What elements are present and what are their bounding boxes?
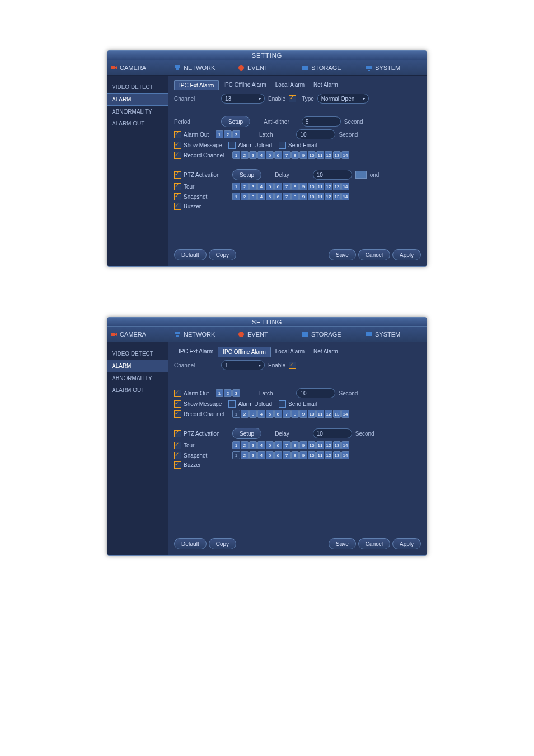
channel-11[interactable]: 11 — [316, 410, 324, 418]
channel-6[interactable]: 6 — [274, 410, 282, 418]
tab-storage[interactable]: STORAGE — [299, 60, 363, 75]
channel-4[interactable]: 4 — [257, 410, 265, 418]
sidebar-item-alarm[interactable]: ALARM — [107, 360, 168, 372]
channel-12[interactable]: 12 — [325, 193, 332, 200]
alarmout-checkbox[interactable] — [174, 390, 181, 397]
sidebar-item-abnormality[interactable]: ABNORMALITY — [107, 372, 168, 384]
channel-14[interactable]: 14 — [341, 193, 349, 200]
channel-10[interactable]: 10 — [308, 410, 316, 418]
channel-1[interactable]: 1 — [216, 389, 223, 397]
channel-14[interactable]: 14 — [341, 410, 349, 418]
tour-channels[interactable]: 1234567891011121314 — [232, 183, 349, 190]
alarmupload-checkbox[interactable] — [228, 400, 236, 408]
channel-3[interactable]: 3 — [249, 193, 257, 200]
subtab-local-alarm[interactable]: Local Alarm — [271, 347, 309, 357]
channel-14[interactable]: 14 — [341, 441, 349, 449]
channel-3[interactable]: 3 — [232, 130, 240, 138]
subtab-net-alarm[interactable]: Net Alarm — [309, 347, 343, 357]
channel-4[interactable]: 4 — [257, 441, 265, 449]
channel-7[interactable]: 7 — [283, 193, 291, 200]
cancel-button[interactable]: Cancel — [358, 249, 390, 260]
channel-dropdown[interactable]: 13▾ — [221, 94, 265, 104]
channel-5[interactable]: 5 — [266, 451, 274, 459]
enable-checkbox[interactable] — [289, 95, 296, 102]
ptz-setup-button[interactable]: Setup — [232, 428, 261, 439]
buzzer-checkbox[interactable] — [174, 461, 181, 469]
channel-11[interactable]: 11 — [316, 451, 324, 459]
channel-13[interactable]: 13 — [333, 441, 341, 449]
channel-5[interactable]: 5 — [266, 441, 274, 449]
snapshot-checkbox[interactable] — [174, 452, 181, 459]
channel-10[interactable]: 10 — [308, 183, 316, 190]
tab-camera[interactable]: CAMERA — [107, 327, 171, 342]
subtab-ipc-offline-alarm[interactable]: IPC Offline Alarm — [218, 347, 271, 357]
channel-8[interactable]: 8 — [291, 441, 299, 449]
channel-5[interactable]: 5 — [266, 193, 274, 200]
channel-3[interactable]: 3 — [249, 451, 257, 459]
ptz-checkbox[interactable] — [174, 430, 181, 437]
channel-13[interactable]: 13 — [333, 193, 341, 200]
sidebar-item-alarm-out[interactable]: ALARM OUT — [107, 118, 168, 129]
snapshot-channels[interactable]: 1234567891011121314 — [232, 451, 349, 459]
tab-network[interactable]: NETWORK — [171, 60, 235, 75]
channel-5[interactable]: 5 — [266, 151, 274, 159]
alarmout-channels[interactable]: 123 — [216, 130, 240, 138]
channel-2[interactable]: 2 — [241, 183, 249, 190]
tab-network[interactable]: NETWORK — [171, 327, 235, 342]
channel-10[interactable]: 10 — [308, 193, 316, 200]
delay-input[interactable]: 10 — [313, 170, 352, 180]
channel-11[interactable]: 11 — [316, 441, 324, 449]
channel-11[interactable]: 11 — [316, 193, 324, 200]
channel-10[interactable]: 10 — [308, 451, 316, 459]
alarmout-checkbox[interactable] — [174, 131, 181, 138]
tab-storage[interactable]: STORAGE — [299, 327, 363, 342]
recordch-channels[interactable]: 1234567891011121314 — [232, 410, 349, 418]
copy-button[interactable]: Copy — [209, 538, 236, 549]
tour-channels[interactable]: 1234567891011121314 — [232, 441, 349, 449]
channel-9[interactable]: 9 — [299, 151, 307, 159]
sidebar-item-video-detect[interactable]: VIDEO DETECT — [107, 81, 168, 93]
channel-6[interactable]: 6 — [274, 441, 282, 449]
latch-input[interactable]: 10 — [296, 129, 335, 139]
sendemail-checkbox[interactable] — [279, 400, 286, 408]
channel-6[interactable]: 6 — [274, 193, 282, 200]
channel-2[interactable]: 2 — [241, 410, 249, 418]
channel-1[interactable]: 1 — [232, 410, 240, 418]
channel-14[interactable]: 14 — [341, 451, 349, 459]
antidither-input[interactable]: 5 — [302, 116, 341, 127]
channel-1[interactable]: 1 — [216, 130, 223, 138]
channel-3[interactable]: 3 — [249, 151, 257, 159]
channel-2[interactable]: 2 — [241, 193, 249, 200]
channel-9[interactable]: 9 — [299, 441, 307, 449]
channel-9[interactable]: 9 — [299, 451, 307, 459]
save-button[interactable]: Save — [329, 538, 356, 549]
channel-4[interactable]: 4 — [257, 193, 265, 200]
channel-2[interactable]: 2 — [224, 130, 232, 138]
sidebar-item-abnormality[interactable]: ABNORMALITY — [107, 106, 168, 118]
sidebar-item-alarm-out[interactable]: ALARM OUT — [107, 384, 168, 396]
latch-input[interactable]: 10 — [296, 388, 335, 398]
apply-button[interactable]: Apply — [392, 249, 421, 260]
channel-1[interactable]: 1 — [232, 183, 240, 190]
channel-4[interactable]: 4 — [257, 183, 265, 190]
channel-1[interactable]: 1 — [232, 151, 240, 159]
channel-2[interactable]: 2 — [241, 151, 249, 159]
default-button[interactable]: Default — [174, 538, 207, 549]
buzzer-checkbox[interactable] — [174, 203, 181, 210]
showmsg-checkbox[interactable] — [174, 142, 181, 149]
subtab-ipc-ext-alarm[interactable]: IPC Ext Alarm — [174, 80, 219, 90]
channel-2[interactable]: 2 — [241, 441, 249, 449]
channel-13[interactable]: 13 — [333, 151, 341, 159]
channel-3[interactable]: 3 — [249, 183, 257, 190]
subtab-net-alarm[interactable]: Net Alarm — [309, 80, 343, 90]
channel-7[interactable]: 7 — [283, 441, 291, 449]
tab-event[interactable]: EVENT — [235, 327, 299, 342]
channel-5[interactable]: 5 — [266, 410, 274, 418]
channel-7[interactable]: 7 — [283, 410, 291, 418]
sidebar-item-alarm[interactable]: ALARM — [107, 93, 168, 106]
channel-8[interactable]: 8 — [291, 451, 299, 459]
subtab-ipc-ext-alarm[interactable]: IPC Ext Alarm — [174, 347, 218, 357]
channel-12[interactable]: 12 — [325, 441, 332, 449]
channel-11[interactable]: 11 — [316, 151, 324, 159]
tab-camera[interactable]: CAMERA — [107, 60, 171, 75]
